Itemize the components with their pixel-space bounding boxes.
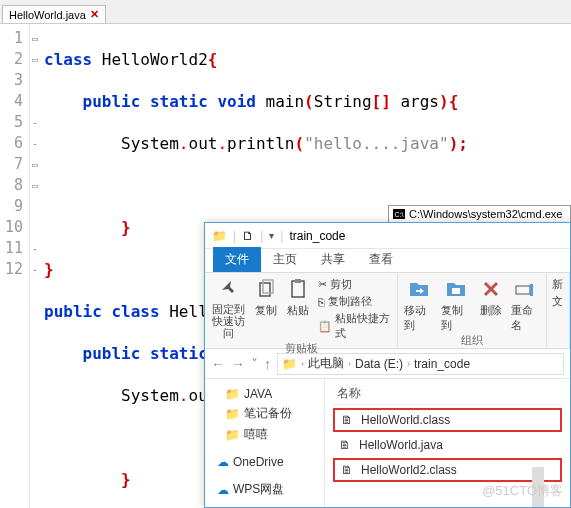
file-explorer-window: 📁 | 🗋 | ▾ | train_code 文件 主页 共享 查看 固定到快速… [204,222,571,508]
tab-label: HelloWorld.java [9,9,86,21]
copyto-button[interactable]: 复制到 [441,277,470,333]
new-button[interactable]: 新 文 [552,277,563,309]
fold-column: ▭ ▭ - - ▭ ▭ - - [30,24,40,508]
organize-group: 移动到 复制到 删除 重命名 组织 [398,273,547,348]
cmd-window-title[interactable]: C:\ C:\Windows\system32\cmd.exe [388,205,571,223]
tab-view[interactable]: 查看 [357,247,405,272]
scissors-icon: ✂ [318,278,327,291]
paste-shortcut-button[interactable]: 📋粘贴快捷方式 [318,311,391,341]
close-icon[interactable]: ✕ [90,8,99,21]
history-chevron-icon[interactable]: ˅ [251,356,258,372]
shortcut-icon: 📋 [318,320,332,333]
path-icon: ⎘ [318,296,325,308]
folder-icon: 📁 [225,387,240,401]
cloud-icon: ☁ [217,483,229,497]
svg-rect-5 [516,286,530,294]
nav-tree: 📁JAVA 📁笔记备份 📁嘻嘻 ☁OneDrive ☁WPS网盘 [205,379,325,507]
svg-rect-6 [530,284,533,296]
pin-button[interactable]: 固定到快速访问 [211,277,246,339]
cut-button[interactable]: ✂剪切 [318,277,391,292]
tree-item[interactable]: 📁笔记备份 [205,403,324,424]
back-button[interactable]: ← [211,356,225,372]
address-bar: ← → ˅ ↑ 📁 › 此电脑 › Data (E:) › train_code [205,349,570,379]
clipboard-mini: ✂剪切 ⎘复制路径 📋粘贴快捷方式 [318,277,391,341]
ribbon-tabs: 文件 主页 共享 查看 [205,249,570,273]
tab-file[interactable]: 文件 [213,247,261,272]
breadcrumb[interactable]: 📁 › 此电脑 › Data (E:) › train_code [277,353,564,375]
explorer-titlebar[interactable]: 📁 | 🗋 | ▾ | train_code [205,223,570,249]
tree-item[interactable]: 📁嘻嘻 [205,424,324,445]
tab-share[interactable]: 共享 [309,247,357,272]
forward-button[interactable]: → [231,356,245,372]
paste-button[interactable]: 粘贴 [286,277,310,318]
tree-item-wps[interactable]: ☁WPS网盘 [205,479,324,500]
svg-rect-4 [452,288,460,294]
file-item[interactable]: 🗎HelloWorld.class [333,408,562,432]
tree-item-onedrive[interactable]: ☁OneDrive [205,453,324,471]
file-icon: 🗎 [341,413,355,427]
folder-icon: 📁 [225,428,240,442]
moveto-button[interactable]: 移动到 [404,277,433,333]
rename-button[interactable]: 重命名 [511,277,540,333]
clipboard-group: 固定到快速访问 复制 粘贴 ✂剪切 ⎘复制路径 📋粘贴快捷方式 剪贴板 [205,273,398,348]
cmd-icon: C:\ [393,209,405,219]
svg-rect-1 [263,280,273,293]
tab-home[interactable]: 主页 [261,247,309,272]
cloud-icon: ☁ [217,455,229,469]
file-item[interactable]: 🗎HelloWorld.java [333,435,562,455]
new-group: 新 文 [547,273,570,348]
copy-button[interactable]: 复制 [254,277,278,318]
folder-icon: 📁 [211,228,227,244]
window-title: train_code [289,229,345,243]
folder-icon: 📁 [225,407,240,421]
column-header-name[interactable]: 名称 [333,383,562,405]
watermark: @51CTO博客 [482,482,563,500]
file-tab[interactable]: HelloWorld.java ✕ [2,5,106,23]
file-icon: 🗎 [341,463,355,477]
file-icon: 🗎 [339,438,353,452]
cmd-path: C:\Windows\system32\cmd.exe [409,208,562,220]
qa-toolbar-icon[interactable]: 🗋 [242,229,254,243]
chevron-down-icon[interactable]: ▾ [269,230,274,241]
svg-rect-2 [292,281,304,297]
file-item[interactable]: 🗎HelloWorld2.class [333,458,562,482]
svg-rect-3 [295,279,301,283]
ribbon: 固定到快速访问 复制 粘贴 ✂剪切 ⎘复制路径 📋粘贴快捷方式 剪贴板 [205,273,570,349]
folder-icon: 📁 [282,357,297,371]
delete-button[interactable]: 删除 [479,277,503,318]
copy-path-button[interactable]: ⎘复制路径 [318,294,391,309]
tab-bar: HelloWorld.java ✕ [0,0,571,24]
line-gutter: 1 2 3 4 5 6 7 8 9 10 11 12 [0,24,30,508]
svg-rect-0 [260,283,270,296]
tree-item[interactable]: 📁JAVA [205,385,324,403]
up-button[interactable]: ↑ [264,356,271,372]
